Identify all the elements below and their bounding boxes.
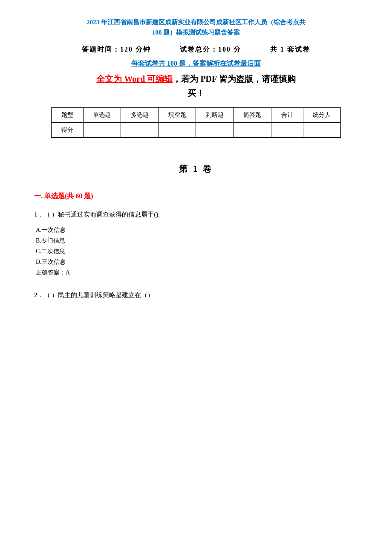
col-short: 简答题 xyxy=(233,108,271,123)
q2-content: 民主的儿童训练策略是建立在（） xyxy=(58,292,154,298)
col-single: 单选题 xyxy=(83,108,121,123)
score-total xyxy=(271,123,303,138)
score-single xyxy=(83,123,121,138)
score-short xyxy=(233,123,271,138)
q1-answer: 正确答案：A xyxy=(36,267,358,278)
highlight-line: 每套试卷共 100 题，答案解析在试卷最后面 xyxy=(34,59,358,68)
section1-heading: 一. 单选题(共 60 题) xyxy=(34,192,358,201)
q1-option-b: B.专门信息 xyxy=(36,235,358,246)
score-fill xyxy=(159,123,196,138)
score-table: 题型 单选题 多选题 填空题 判断题 简答题 合计 统分人 得分 xyxy=(51,107,341,138)
exam-info: 答题时间：120 分钟 试卷总分：100 分 共 1 套试卷 xyxy=(34,45,358,54)
q2-number: 2．（ ） xyxy=(34,292,58,298)
question-1-block: 1．（ ）秘书通过实地调查获得的信息属于()。 A.一次信息 B.专门信息 C.… xyxy=(34,209,358,278)
exam-sets: 共 1 套试卷 xyxy=(270,46,310,53)
question-1-text: 1．（ ）秘书通过实地调查获得的信息属于()。 xyxy=(34,209,358,220)
word-edit-block: 全文为 Word 可编辑，若为 PDF 皆为盗版，请谨慎购 买！ xyxy=(34,73,358,99)
score-multi xyxy=(121,123,158,138)
q1-number: 1．（ ） xyxy=(34,211,58,218)
score-scorer xyxy=(303,123,340,138)
q1-option-c: C.二次信息 xyxy=(36,246,358,257)
q1-option-a: A.一次信息 xyxy=(36,225,358,235)
question-2-text: 2．（ ）民主的儿童训练策略是建立在（） xyxy=(34,290,358,301)
col-fill: 填空题 xyxy=(159,108,196,123)
row-label: 得分 xyxy=(52,123,84,138)
score-table-data-row: 得分 xyxy=(52,123,341,138)
score-judge xyxy=(196,123,233,138)
q1-content: 秘书通过实地调查获得的信息属于()。 xyxy=(58,211,164,218)
col-type: 题型 xyxy=(52,108,84,123)
col-judge: 判断题 xyxy=(196,108,233,123)
main-title: 2023 年江西省南昌市新建区成新实业有限公司成新社区工作人员（综合考点共 10… xyxy=(34,17,358,38)
word-edit-line2: 买！ xyxy=(34,87,358,99)
header-section: 2023 年江西省南昌市新建区成新实业有限公司成新社区工作人员（综合考点共 10… xyxy=(34,17,358,99)
exam-total: 试卷总分：100 分 xyxy=(180,46,241,53)
col-scorer: 统分人 xyxy=(303,108,340,123)
volume-title: 第 1 卷 xyxy=(34,163,358,175)
word-edit-red: 全文为 Word 可编辑 xyxy=(96,74,173,84)
exam-time: 答题时间：120 分钟 xyxy=(82,46,151,53)
col-multi: 多选题 xyxy=(121,108,158,123)
question-2-block: 2．（ ）民主的儿童训练策略是建立在（） xyxy=(34,290,358,301)
word-edit-line: 全文为 Word 可编辑，若为 PDF 皆为盗版，请谨慎购 xyxy=(34,73,358,85)
word-edit-black: ，若为 PDF 皆为盗版，请谨慎购 xyxy=(173,74,295,84)
q1-option-d: D.三次信息 xyxy=(36,257,358,267)
score-table-header-row: 题型 单选题 多选题 填空题 判断题 简答题 合计 统分人 xyxy=(52,108,341,123)
col-total: 合计 xyxy=(271,108,303,123)
